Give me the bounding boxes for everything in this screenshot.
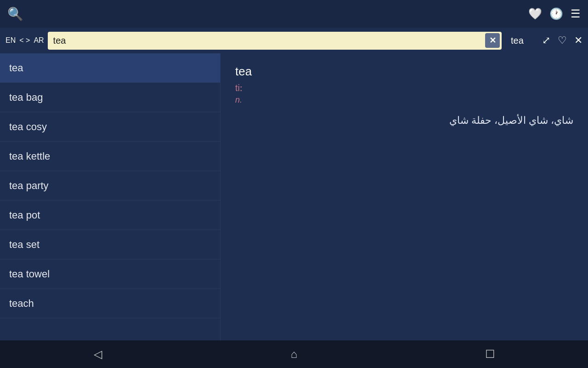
search-input-wrap: ✕ xyxy=(48,32,502,50)
top-bar-right: 🤍 🕐 ☰ xyxy=(528,7,581,20)
search-icon[interactable]: 🔍 xyxy=(7,6,23,22)
close-icon[interactable]: ✕ xyxy=(574,34,582,46)
right-icons: ⤢ ♡ ✕ xyxy=(542,34,582,46)
expand-icon[interactable]: ⤢ xyxy=(542,34,550,46)
list-item[interactable]: tea xyxy=(0,53,220,83)
search-input[interactable] xyxy=(48,32,502,50)
definition-word: tea xyxy=(235,64,573,79)
definition-panel: tea tiː n. شاي، شاي الأصيل، حفلة شاي xyxy=(220,53,588,340)
word-list: teatea bagtea cosytea kettletea partytea… xyxy=(0,53,220,340)
definition-translation: شاي، شاي الأصيل، حفلة شاي xyxy=(235,112,573,128)
list-item[interactable]: teach xyxy=(0,289,220,318)
lang-to-label: AR xyxy=(34,36,44,45)
home-button[interactable]: ⌂ xyxy=(280,345,308,363)
list-item[interactable]: tea bag xyxy=(0,83,220,112)
bottom-nav: ◁ ⌂ ☐ xyxy=(0,340,588,368)
history-icon[interactable]: 🕐 xyxy=(549,7,563,20)
definition-pronunciation: tiː xyxy=(235,82,573,93)
lang-arrows[interactable]: < > xyxy=(19,36,30,45)
list-item[interactable]: tea cosy xyxy=(0,112,220,142)
list-item[interactable]: tea pot xyxy=(0,201,220,230)
list-item[interactable]: tea party xyxy=(0,171,220,201)
recent-apps-button[interactable]: ☐ xyxy=(476,345,504,363)
search-row: EN < > AR ✕ tea ⤢ ♡ ✕ xyxy=(0,28,588,53)
favorite-icon[interactable]: ♡ xyxy=(558,34,567,46)
lang-from-label: EN xyxy=(6,36,16,45)
main-content: teatea bagtea cosytea kettletea partytea… xyxy=(0,53,588,340)
list-item[interactable]: tea towel xyxy=(0,259,220,289)
menu-icon[interactable]: ☰ xyxy=(571,7,581,20)
current-word-label: tea xyxy=(511,35,538,46)
list-item[interactable]: tea kettle xyxy=(0,142,220,171)
back-button[interactable]: ◁ xyxy=(84,345,112,363)
list-item[interactable]: tea set xyxy=(0,230,220,259)
clear-button[interactable]: ✕ xyxy=(485,33,500,48)
top-bar-left: 🔍 xyxy=(7,6,23,22)
top-bar: 🔍 🤍 🕐 ☰ xyxy=(0,0,588,28)
definition-pos: n. xyxy=(235,95,573,105)
bookmark-icon[interactable]: 🤍 xyxy=(528,7,542,20)
